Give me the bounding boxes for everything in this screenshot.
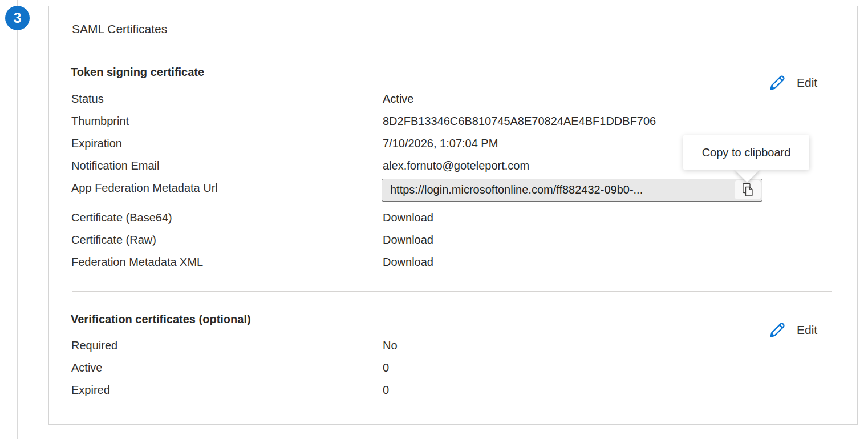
certificate-base64-label: Certificate (Base64) — [71, 211, 172, 224]
download-certificate-base64-link[interactable]: Download — [383, 211, 433, 224]
required-value: No — [383, 339, 398, 352]
pencil-icon — [768, 73, 787, 92]
section-divider — [72, 291, 832, 292]
required-label: Required — [71, 339, 117, 352]
app-federation-metadata-url-label: App Federation Metadata Url — [71, 182, 218, 195]
thumbprint-value: 8D2FB13346C6B810745A8E70824AE4BF1DDBF706 — [383, 115, 656, 128]
saml-certificates-panel: SAML Certificates Token signing certific… — [48, 6, 858, 425]
notification-email-value: alex.fornuto@goteleport.com — [383, 159, 529, 172]
step-number-badge: 3 — [5, 6, 30, 30]
download-certificate-raw-link[interactable]: Download — [383, 233, 433, 247]
expiration-value: 7/10/2026, 1:07:04 PM — [383, 137, 498, 150]
required-row: Required No — [49, 339, 857, 353]
federation-metadata-xml-label: Federation Metadata XML — [71, 256, 203, 269]
expiration-label: Expiration — [71, 137, 122, 150]
notification-email-label: Notification Email — [71, 159, 160, 172]
active-count-row: Active 0 — [49, 361, 857, 375]
status-row: Status Active — [49, 92, 857, 106]
copy-icon — [741, 182, 754, 198]
edit-token-signing-certificate-button[interactable]: Edit — [768, 73, 817, 92]
download-federation-metadata-xml-link[interactable]: Download — [383, 256, 433, 269]
copy-to-clipboard-tooltip: Copy to clipboard — [683, 135, 809, 170]
expired-count-row: Expired 0 — [49, 384, 857, 397]
panel-title: SAML Certificates — [72, 22, 167, 36]
token-signing-certificate-heading: Token signing certificate — [71, 66, 204, 79]
thumbprint-label: Thumbprint — [71, 115, 129, 128]
status-label: Status — [71, 92, 104, 106]
federation-metadata-xml-row: Federation Metadata XML Download — [49, 256, 857, 269]
thumbprint-row: Thumbprint 8D2FB13346C6B810745A8E70824AE… — [49, 115, 857, 128]
verification-certificates-heading: Verification certificates (optional) — [71, 313, 251, 326]
edit-verification-certificates-button[interactable]: Edit — [768, 320, 817, 340]
status-value: Active — [383, 92, 413, 106]
expired-count-value: 0 — [383, 384, 389, 397]
copy-to-clipboard-button[interactable] — [735, 180, 761, 199]
pencil-icon — [768, 320, 787, 340]
edit-button-label: Edit — [797, 76, 817, 90]
certificate-raw-row: Certificate (Raw) Download — [49, 233, 857, 247]
certificate-raw-label: Certificate (Raw) — [71, 233, 156, 247]
certificate-base64-row: Certificate (Base64) Download — [49, 211, 857, 225]
edit-button-label: Edit — [797, 323, 817, 337]
app-federation-metadata-url-field[interactable]: https://login.microsoftonline.com/ff8824… — [382, 179, 762, 202]
active-count-label: Active — [71, 361, 102, 374]
step-connector-line — [17, 0, 18, 439]
active-count-value: 0 — [383, 361, 389, 374]
expired-count-label: Expired — [71, 384, 110, 397]
